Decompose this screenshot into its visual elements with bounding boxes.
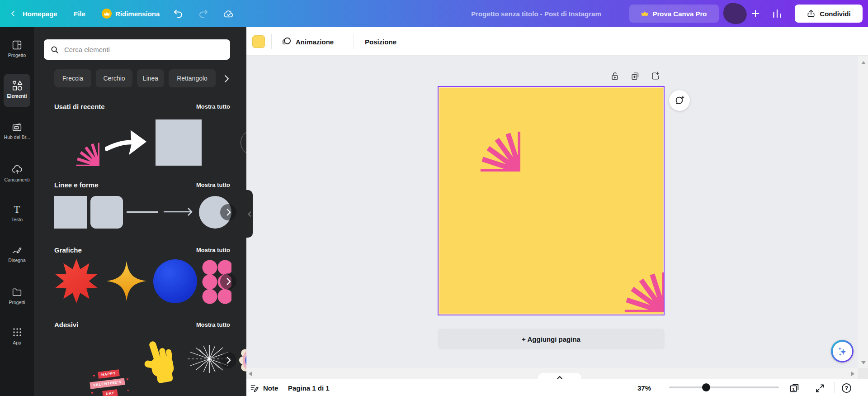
scroll-left-arrow[interactable] [249,372,252,376]
recent-arrow-thumbnail[interactable] [105,122,149,163]
fullscreen-button[interactable] [815,382,825,394]
expand-bottom-panel-tab[interactable] [538,373,581,380]
show-all-button[interactable]: Mostra tutto [196,181,230,188]
sidebar-item-label: Elementi [7,93,27,99]
status-bar: Note Pagina 1 di 1 37% 1 ? [246,379,868,396]
notes-icon [249,383,259,393]
show-all-button[interactable]: Mostra tutto [196,247,230,253]
duplicate-icon [630,71,640,81]
notes-button[interactable]: Note [249,382,278,394]
help-button[interactable]: ? [841,382,852,394]
homepage-button[interactable]: Homepage [7,5,57,23]
recent-next-button[interactable] [241,130,246,155]
recent-starburst-thumbnail[interactable] [52,119,99,166]
sidebar-item-progetti[interactable]: Progetti [0,286,34,310]
sticker-text: DAY [102,389,118,396]
scrollbar-corner [858,368,868,379]
section-header-lines-shapes: Linee e forme Mostra tutto [54,181,230,189]
section-header-stickers: Adesivi Mostra tutto [54,321,230,329]
starburst-element-bottom-right[interactable] [584,232,665,312]
sticker-text: VALENTINE'S [90,378,125,389]
undo-button[interactable] [173,8,184,19]
page-indicator[interactable]: Pagina 1 di 1 [288,382,330,394]
recent-square-thumbnail[interactable] [156,119,202,166]
heart-icon: ♥ [127,389,129,392]
scroll-up-arrow[interactable] [861,61,866,64]
comment-icon [674,95,685,106]
position-button[interactable]: Posizione [365,33,396,51]
file-label: File [74,10,85,18]
sidebar-item-caricamenti[interactable]: Caricamenti [0,163,34,188]
sticker-hand-thumbnail[interactable] [144,339,176,383]
graphic-blue-circle-thumbnail[interactable] [153,259,197,303]
animation-button[interactable]: Animazione [280,33,334,51]
avatar[interactable] [722,2,748,25]
sidebar-item-testo[interactable]: T Testo [0,203,34,228]
starburst-element-top-left[interactable] [440,91,520,172]
redo-button[interactable] [197,8,209,19]
text-icon: T [11,203,23,215]
uploads-icon [11,163,23,175]
sidebar-item-disegna[interactable]: Disegna [0,244,34,268]
sidebar-item-label: App [13,340,21,345]
resize-button[interactable]: Ridimensiona [102,5,160,23]
shape-square-thumbnail[interactable] [54,196,87,229]
share-button[interactable]: Condividi [795,5,863,23]
sidebar-item-app[interactable]: App [0,326,34,351]
create-new-button[interactable] [750,7,761,20]
filter-chip-linea[interactable]: Linea [137,69,164,87]
graphics-next-button[interactable] [220,273,236,290]
scroll-right-arrow[interactable] [851,372,854,376]
insights-chart-icon[interactable] [771,7,783,20]
design-page[interactable] [438,86,665,315]
panel-collapse-handle[interactable] [246,190,253,238]
add-comment-button[interactable] [669,90,690,111]
file-menu-button[interactable]: File [74,5,85,23]
grid-view-button[interactable]: 1 [789,382,800,394]
sidebar-item-hub-del-brand[interactable]: co. Hub del Br... [0,121,34,145]
filter-chip-freccia[interactable]: Freccia [54,69,91,87]
vertical-scrollbar[interactable] [858,56,868,368]
fill-color-swatch[interactable] [252,35,265,48]
document-title[interactable]: Progetto senza titolo - Post di Instagra… [457,0,616,27]
design-icon [11,39,23,51]
statusbar-divider [834,382,835,393]
show-all-button[interactable]: Mostra tutto [196,321,230,328]
sticker-text: HAPPY [98,369,119,379]
add-page-icon-button[interactable] [650,71,661,81]
share-label: Condividi [820,10,850,18]
filter-chip-cerchio[interactable]: Cerchio [96,69,132,87]
add-page-button[interactable]: + Aggiungi pagina [438,329,665,349]
sticker-valentine-thumbnail[interactable]: ♥ ♥ ♥ ♥ HAPPY VALENTINE'S DAY [88,369,132,396]
graphic-red-star-thumbnail[interactable] [53,258,99,304]
lock-icon [610,71,620,81]
projects-icon [11,286,23,298]
crown-icon [641,11,648,16]
shapes-next-button[interactable] [220,204,236,220]
show-all-button[interactable]: Mostra tutto [196,103,230,110]
try-canva-pro-button[interactable]: Prova Canva Pro [629,5,719,23]
search-input[interactable] [64,46,224,53]
shape-arrow-line-thumbnail[interactable] [163,205,195,219]
lock-button[interactable] [609,71,620,81]
filter-chip-rettangolo[interactable]: Rettangolo [169,69,216,87]
sidebar-item-elementi[interactable]: Elementi [0,80,34,104]
scroll-down-arrow[interactable] [861,361,866,364]
svg-text:?: ? [845,385,849,391]
zoom-slider-knob[interactable] [702,383,710,391]
magic-assistant-button[interactable] [831,340,854,363]
animation-icon [280,36,292,48]
sticker-flower-thumbnail[interactable] [237,340,246,380]
page-number: 1 [792,386,795,391]
shape-line-thumbnail[interactable] [127,211,158,213]
sidebar-item-label: Caricamenti [4,177,29,182]
sidebar-item-progetto[interactable]: Progetto [0,39,34,63]
duplicate-page-button[interactable] [630,71,641,81]
draw-icon [11,244,23,256]
chips-next-chevron-icon[interactable] [224,75,229,85]
shape-rounded-square-thumbnail[interactable] [90,196,123,229]
graphic-gold-sparkle-thumbnail[interactable] [105,259,148,303]
zoom-slider[interactable] [669,386,779,388]
add-page-icon [651,71,660,81]
stickers-next-button[interactable] [220,352,236,368]
